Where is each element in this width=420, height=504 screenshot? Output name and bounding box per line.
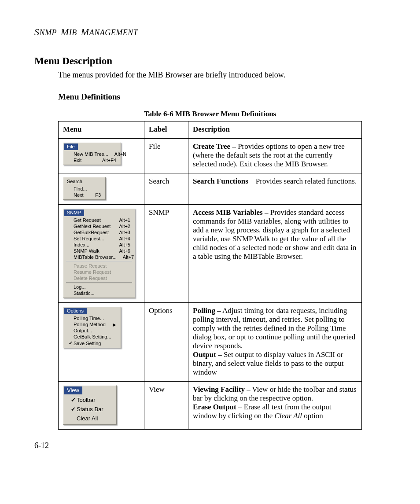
cell-desc-file: Create Tree – Provides options to open a… bbox=[188, 139, 362, 173]
check-icon: ✔ bbox=[70, 397, 77, 403]
table-header-row: Menu Label Description bbox=[59, 121, 362, 139]
submenu-arrow-icon: ▶ bbox=[108, 322, 116, 327]
cell-desc-view: Viewing Facility – View or hide the tool… bbox=[188, 382, 362, 430]
cell-menu-search: Search Find... Next F3 bbox=[59, 173, 144, 205]
table-row-options: Options Polling Time... Polling Method▶ … bbox=[59, 303, 362, 382]
cell-label-search: Search bbox=[144, 173, 188, 205]
table-caption: Table 6-6 MIB Browser Menu Definitions bbox=[34, 110, 386, 118]
table-row-search: Search Find... Next F3 bbox=[59, 173, 362, 205]
check-icon: ✔ bbox=[70, 406, 77, 412]
snmp-menu-item-snmp-walk[interactable]: SNMP WalkAlt+6 bbox=[65, 248, 133, 254]
table-row-view: View ✔Toolbar ✔Status Bar Clear All View… bbox=[59, 382, 362, 430]
snmp-menu-item-pause-request: Pause Request bbox=[65, 263, 133, 269]
cell-menu-snmp: SNMP Get RequestAlt+1 GetNext RequestAlt… bbox=[59, 205, 144, 303]
options-menu-item-polling-time[interactable]: Polling Time... bbox=[65, 315, 119, 321]
cell-desc-search: Search Functions – Provides search relat… bbox=[188, 173, 362, 205]
options-menu-title: Options bbox=[64, 308, 87, 314]
snmp-menu-item-mibtable-browser[interactable]: MIBTable Browser...Alt+7 bbox=[65, 254, 133, 260]
check-icon: ✔ bbox=[68, 340, 74, 346]
table-row-file: File New MIB Tree... Alt+N Exit Alt+F4 bbox=[59, 139, 362, 173]
heading-menu-definitions: Menu Definitions bbox=[58, 92, 386, 102]
cell-desc-options: Polling – Adjust timing for data request… bbox=[188, 303, 362, 382]
cell-label-options: Options bbox=[144, 303, 188, 382]
search-menu-item-next[interactable]: Next F3 bbox=[65, 192, 103, 198]
menu-definitions-table: Menu Label Description File New MIB Tree… bbox=[58, 121, 362, 430]
options-menu-item-polling-method[interactable]: Polling Method▶ bbox=[65, 321, 119, 327]
cell-label-file: File bbox=[144, 139, 188, 173]
options-menu-item-output[interactable]: Output... bbox=[65, 327, 119, 334]
snmp-menu[interactable]: SNMP Get RequestAlt+1 GetNext RequestAlt… bbox=[63, 208, 135, 298]
cell-desc-snmp: Access MIB Variables – Provides standard… bbox=[188, 205, 362, 303]
th-menu: Menu bbox=[59, 121, 144, 139]
view-menu-item-toolbar[interactable]: ✔Toolbar bbox=[65, 395, 114, 405]
menu-separator bbox=[66, 282, 132, 283]
view-menu-item-clear-all[interactable]: Clear All bbox=[65, 414, 114, 423]
th-description: Description bbox=[188, 121, 362, 139]
file-menu-title: File bbox=[64, 143, 78, 150]
options-menu-item-save-setting[interactable]: ✔Save Setting bbox=[65, 340, 119, 346]
file-menu[interactable]: File New MIB Tree... Alt+N Exit Alt+F4 bbox=[63, 142, 121, 165]
search-menu-item-find[interactable]: Find... bbox=[65, 186, 103, 192]
file-menu-item-new-mib-tree[interactable]: New MIB Tree... Alt+N bbox=[65, 151, 119, 157]
snmp-menu-item-delete-request: Delete Request bbox=[65, 275, 133, 281]
lead-paragraph: The menus provided for the MIB Browser a… bbox=[58, 70, 386, 80]
heading-menu-description: Menu Description bbox=[34, 55, 386, 67]
snmp-menu-item-set-request[interactable]: Set Request...Alt+4 bbox=[65, 235, 133, 242]
options-menu-item-getbulk-setting[interactable]: GetBulk Setting... bbox=[65, 334, 119, 340]
view-menu[interactable]: View ✔Toolbar ✔Status Bar Clear All bbox=[63, 385, 117, 425]
snmp-menu-item-index[interactable]: Index...Alt+5 bbox=[65, 242, 133, 248]
view-menu-title: View bbox=[64, 386, 82, 394]
snmp-menu-item-log[interactable]: Log... bbox=[65, 284, 133, 290]
cell-label-view: View bbox=[144, 382, 188, 430]
snmp-menu-item-getnext-request[interactable]: GetNext RequestAlt+2 bbox=[65, 223, 133, 229]
search-menu-title: Search bbox=[64, 178, 85, 185]
snmp-menu-title: SNMP bbox=[64, 210, 84, 216]
snmp-menu-item-resume-request: Resume Request bbox=[65, 269, 133, 275]
search-menu[interactable]: Search Find... Next F3 bbox=[63, 177, 106, 200]
cell-menu-view: View ✔Toolbar ✔Status Bar Clear All bbox=[59, 382, 144, 430]
menu-separator bbox=[66, 261, 132, 262]
snmp-menu-item-getbulkrequest[interactable]: GetBulkRequestAlt+3 bbox=[65, 229, 133, 235]
cell-menu-options: Options Polling Time... Polling Method▶ … bbox=[59, 303, 144, 382]
page-number: 6-12 bbox=[34, 441, 386, 450]
cell-label-snmp: SNMP bbox=[144, 205, 188, 303]
snmp-menu-item-statistic[interactable]: Statistic... bbox=[65, 290, 133, 296]
running-head: SNMP MIB MANAGEMENT bbox=[34, 26, 386, 38]
table-row-snmp: SNMP Get RequestAlt+1 GetNext RequestAlt… bbox=[59, 205, 362, 303]
snmp-menu-item-get-request[interactable]: Get RequestAlt+1 bbox=[65, 217, 133, 223]
options-menu[interactable]: Options Polling Time... Polling Method▶ … bbox=[63, 306, 121, 348]
view-menu-item-status-bar[interactable]: ✔Status Bar bbox=[65, 405, 114, 414]
file-menu-item-exit[interactable]: Exit Alt+F4 bbox=[65, 157, 119, 163]
document-page: SNMP MIB MANAGEMENT Menu Description The… bbox=[0, 0, 420, 481]
th-label: Label bbox=[144, 121, 188, 139]
cell-menu-file: File New MIB Tree... Alt+N Exit Alt+F4 bbox=[59, 139, 144, 173]
